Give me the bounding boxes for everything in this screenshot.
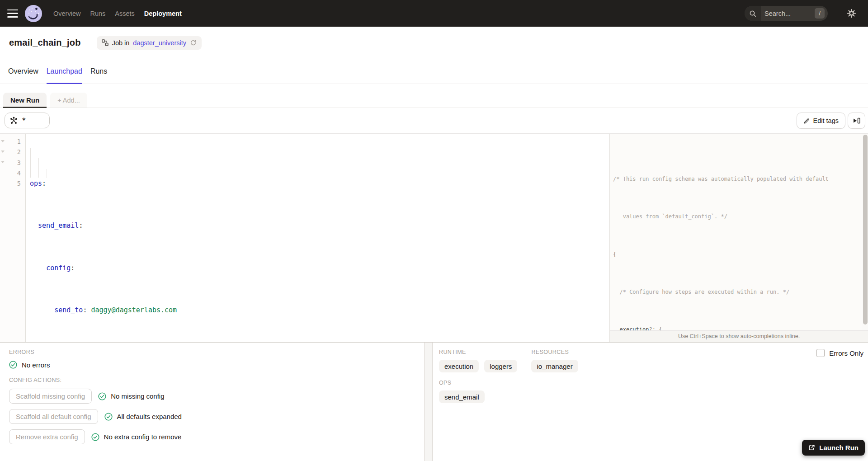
status-text: No missing config bbox=[111, 392, 164, 400]
config-actions-list: Scaffold missing config No missing confi… bbox=[9, 389, 424, 444]
schema-line: { bbox=[613, 250, 868, 259]
edit-tags-label: Edit tags bbox=[813, 117, 839, 124]
errors-label: ERRORS bbox=[9, 349, 424, 355]
line-number: 5 bbox=[0, 179, 25, 189]
code-location-link[interactable]: dagster_university bbox=[133, 39, 186, 47]
config-action-row: Scaffold all default config All defaults… bbox=[9, 409, 424, 424]
editor-gutter: 12345 bbox=[0, 134, 26, 342]
launchpad-editor: 12345 ops: send_email: config: send_to: … bbox=[0, 133, 868, 342]
nav-item-deployment[interactable]: Deployment bbox=[143, 7, 183, 20]
job-badge-prefix: Job in bbox=[112, 39, 130, 47]
check-circle-icon bbox=[9, 361, 17, 369]
tab-overview[interactable]: Overview bbox=[8, 59, 38, 84]
tab-launchpad[interactable]: Launchpad bbox=[47, 59, 82, 84]
config-schema-panel: /* This run config schema was automatica… bbox=[609, 134, 868, 342]
ops-chips: send_email bbox=[439, 390, 517, 403]
autocomplete-hint: Use Ctrl+Space to show auto-completions … bbox=[610, 330, 868, 342]
config-action-status: All defaults expanded bbox=[104, 413, 182, 421]
op-selector-value: * bbox=[22, 116, 26, 125]
top-navbar: Overview Runs Assets Deployment Search..… bbox=[0, 0, 868, 27]
search-icon bbox=[745, 6, 761, 21]
config-action-button[interactable]: Scaffold all default config bbox=[9, 409, 98, 424]
yaml-code[interactable]: ops: send_email: config: send_to: daggy@… bbox=[26, 134, 609, 342]
config-action-status: No missing config bbox=[98, 392, 164, 400]
nav-item-runs[interactable]: Runs bbox=[89, 7, 106, 20]
runtime-chip[interactable]: loggers bbox=[484, 360, 517, 372]
open-right-panel-icon bbox=[853, 117, 861, 124]
schema-scrollbar bbox=[862, 134, 868, 342]
expand-panel-button[interactable] bbox=[848, 113, 865, 129]
code-line: ops: bbox=[30, 179, 609, 189]
runtime-label: RUNTIME bbox=[439, 349, 517, 355]
check-circle-icon bbox=[98, 392, 106, 400]
resource-chips: io_manager bbox=[531, 360, 578, 372]
launch-run-button[interactable]: Launch Run bbox=[802, 440, 865, 456]
config-action-button[interactable]: Scaffold missing config bbox=[9, 389, 92, 404]
indent-guide bbox=[30, 148, 31, 178]
resources-column: RESOURCES io_manager bbox=[531, 349, 578, 403]
schema-line: /* This run config schema was automatica… bbox=[613, 174, 868, 184]
runtime-and-ops-column: RUNTIME executionloggers OPS send_email bbox=[439, 349, 517, 403]
check-circle-icon bbox=[104, 413, 113, 421]
indent-guide bbox=[38, 158, 39, 178]
launch-icon bbox=[808, 444, 815, 451]
config-action-row: Remove extra config No extra config to r… bbox=[9, 429, 424, 444]
config-action-status: No extra config to remove bbox=[91, 433, 182, 441]
bottom-panel: ERRORS No errors CONFIG ACTIONS: Scaffol… bbox=[0, 342, 868, 461]
code-line: config: bbox=[30, 263, 609, 273]
config-editor[interactable]: 12345 ops: send_email: config: send_to: … bbox=[0, 134, 609, 342]
tab-runs[interactable]: Runs bbox=[90, 59, 107, 84]
search-placeholder: Search... bbox=[764, 10, 815, 17]
op-selector-input[interactable]: * bbox=[5, 113, 50, 128]
session-tab-new-run[interactable]: New Run bbox=[3, 93, 47, 108]
resource-chip[interactable]: io_manager bbox=[531, 360, 578, 372]
launchpad-session-tabs: New Run + Add... bbox=[0, 93, 868, 108]
errors-only-label: Errors Only bbox=[829, 349, 863, 357]
schema-line: /* Configure how steps are executed with… bbox=[613, 287, 868, 297]
errors-only-checkbox[interactable] bbox=[816, 349, 825, 357]
errors-only-toggle: Errors Only bbox=[816, 349, 863, 357]
check-circle-icon bbox=[91, 433, 99, 441]
fold-toggle-icon[interactable] bbox=[1, 140, 5, 142]
job-icon bbox=[102, 39, 108, 46]
hamburger-menu-icon[interactable] bbox=[7, 9, 18, 18]
status-text: No extra config to remove bbox=[104, 433, 182, 441]
launch-run-label: Launch Run bbox=[819, 444, 859, 452]
runtime-chips: executionloggers bbox=[439, 360, 517, 372]
session-tab-add[interactable]: + Add... bbox=[50, 93, 87, 108]
indent-guide bbox=[47, 169, 47, 178]
reload-icon[interactable] bbox=[190, 39, 197, 46]
resources-label: RESOURCES bbox=[531, 349, 578, 355]
no-errors-status: No errors bbox=[9, 361, 424, 369]
op-chip[interactable]: send_email bbox=[439, 390, 485, 403]
schema-code: /* This run config schema was automatica… bbox=[610, 134, 868, 342]
search-shortcut-key: / bbox=[815, 8, 825, 19]
edit-tags-button[interactable]: Edit tags bbox=[797, 113, 845, 129]
settings-gear-icon[interactable] bbox=[847, 9, 856, 18]
runtime-chip[interactable]: execution bbox=[439, 360, 479, 372]
errors-panel: ERRORS No errors CONFIG ACTIONS: Scaffol… bbox=[0, 343, 424, 461]
dagster-logo[interactable] bbox=[24, 5, 42, 23]
ops-label: OPS bbox=[439, 380, 517, 386]
no-errors-text: No errors bbox=[22, 361, 50, 369]
nav-item-overview[interactable]: Overview bbox=[52, 7, 81, 20]
main-nav: Overview Runs Assets Deployment bbox=[52, 7, 183, 20]
job-tabs: Overview Launchpad Runs bbox=[0, 59, 868, 84]
nav-item-assets[interactable]: Assets bbox=[114, 7, 136, 20]
pencil-icon bbox=[803, 118, 810, 124]
job-location-badge: Job in dagster_university bbox=[97, 36, 202, 50]
line-number: 4 bbox=[0, 168, 25, 179]
code-line: send_to: daggy@dagsterlabs.com bbox=[30, 305, 609, 315]
config-actions-label: CONFIG ACTIONS: bbox=[9, 377, 424, 383]
op-selector-icon bbox=[10, 117, 18, 124]
fold-toggle-icon[interactable] bbox=[1, 161, 5, 163]
panel-splitter[interactable] bbox=[424, 343, 433, 461]
config-action-row: Scaffold missing config No missing confi… bbox=[9, 389, 424, 404]
page-header: email_chain_job Job in dagster_universit… bbox=[0, 27, 868, 59]
fold-toggle-icon[interactable] bbox=[1, 151, 5, 153]
config-action-button[interactable]: Remove extra config bbox=[9, 429, 85, 444]
scrollbar-thumb[interactable] bbox=[863, 135, 868, 325]
status-text: All defaults expanded bbox=[117, 413, 182, 420]
code-line: send_email: bbox=[30, 221, 609, 231]
global-search-input[interactable]: Search... / bbox=[745, 6, 828, 21]
